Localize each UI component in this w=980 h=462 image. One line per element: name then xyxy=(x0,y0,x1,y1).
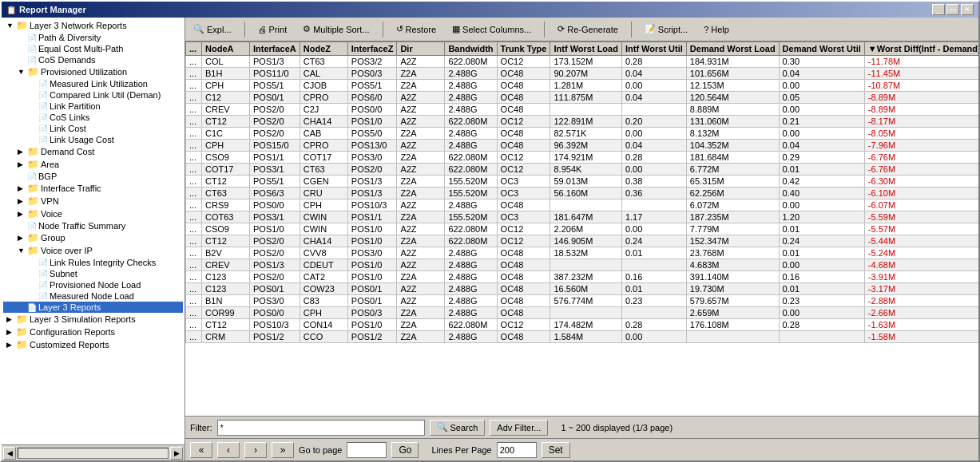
filter-input[interactable] xyxy=(217,420,425,436)
col-intf-worst-load[interactable]: Intf Worst Load xyxy=(550,42,621,56)
sidebar-item-group[interactable]: ▶ 📁 Group xyxy=(3,231,183,244)
table-row[interactable]: ...COT63POS3/1CWINPOS1/1Z2A155.520MOC318… xyxy=(186,211,979,223)
table-row[interactable]: ...CT63POS6/3CRUPOS1/3Z2A155.520MOC356.1… xyxy=(186,188,979,199)
expand-icon[interactable]: ▶ xyxy=(18,197,26,205)
help-button[interactable]: ? Help xyxy=(699,22,734,37)
col-dir[interactable]: Dir xyxy=(397,42,445,56)
table-row[interactable]: ...CPHPOS5/1CJOBPOS5/1Z2A2.488GOC481.281… xyxy=(186,80,979,92)
table-row[interactable]: ...C1CPOS2/0CABPOS5/0Z2A2.488GOC4882.571… xyxy=(186,128,979,140)
scroll-left-button[interactable]: ◀ xyxy=(3,447,16,460)
col-bandwidth[interactable]: Bandwidth xyxy=(445,42,497,56)
col-worst-diff[interactable]: ▼Worst Diff(Intf - Demand) xyxy=(864,42,978,56)
regenerate-button[interactable]: ⟳ Re-Generate xyxy=(553,22,623,37)
minimize-button[interactable]: _ xyxy=(932,4,945,15)
table-row[interactable]: ...CSO9POS1/1COT17POS3/0Z2A622.080MOC121… xyxy=(186,152,979,164)
sidebar-item-bgp[interactable]: 📄 BGP xyxy=(3,171,183,182)
expand-icon[interactable]: ▼ xyxy=(18,247,26,255)
sidebar-item-link-cost[interactable]: 📄 Link Cost xyxy=(3,123,183,134)
sidebar-item-path-diversity[interactable]: 📄 Path & Diversity xyxy=(3,32,183,43)
sidebar-item-layer3-network[interactable]: ▼ 📁 Layer 3 Network Reports xyxy=(3,19,183,32)
sidebar-item-layer3-reports[interactable]: 📄 Layer 3 Reports xyxy=(3,302,183,313)
expand-icon[interactable]: ▶ xyxy=(18,234,26,242)
col-demand-worst-util[interactable]: Demand Worst Util xyxy=(779,42,864,56)
select-columns-button[interactable]: ▦ Select Columns... xyxy=(447,22,536,37)
last-page-button[interactable]: » xyxy=(272,442,294,458)
sidebar-item-customized-reports[interactable]: ▶ 📁 Customized Reports xyxy=(3,338,183,351)
expand-icon[interactable]: ▶ xyxy=(18,184,26,192)
col-demand-worst-load[interactable]: Demand Worst Load xyxy=(686,42,779,56)
table-row[interactable]: ...B1HPOS11/0CALPOS0/3Z2A2.488GOC4890.20… xyxy=(186,68,979,80)
expand-icon[interactable]: ▶ xyxy=(6,315,14,323)
sidebar-item-config-reports[interactable]: ▶ 📁 Configuration Reports xyxy=(3,326,183,338)
multiple-sort-button[interactable]: ⚙ Multiple Sort... xyxy=(298,22,374,37)
sidebar-item-demand-cost[interactable]: ▶ 📁 Demand Cost xyxy=(3,145,183,158)
table-row[interactable]: ...C12POS0/1CPROPOS6/0A2Z2.488GOC48111.8… xyxy=(186,92,979,104)
sidebar-item-compared-link[interactable]: 📄 Compared Link Util (Deman) xyxy=(3,89,183,101)
sidebar-item-layer3-sim[interactable]: ▶ 📁 Layer 3 Simulation Reports xyxy=(3,313,183,326)
sidebar-item-link-rules[interactable]: 📄 Link Rules Integrity Checks xyxy=(3,257,183,268)
expand-icon[interactable]: ▶ xyxy=(6,341,14,349)
search-button[interactable]: 🔍 Search xyxy=(430,420,486,436)
first-page-button[interactable]: « xyxy=(190,442,212,458)
table-row[interactable]: ...CT12POS10/3CON14POS1/0Z2A622.080MOC12… xyxy=(186,319,979,331)
restore-button[interactable]: ▭ xyxy=(946,4,959,15)
next-page-button[interactable]: › xyxy=(244,442,267,458)
col-nodeA[interactable]: NodeA xyxy=(202,42,250,56)
sidebar-item-prov-util[interactable]: ▼ 📁 Provisioned Utilization xyxy=(3,65,183,78)
restore-button[interactable]: ↺ Restore xyxy=(391,22,442,37)
scroll-right-button[interactable]: ▶ xyxy=(170,447,183,460)
sidebar-item-measured-link[interactable]: 📄 Measured Link Utilization xyxy=(3,78,183,89)
goto-input[interactable] xyxy=(347,442,387,458)
expand-icon[interactable]: ▶ xyxy=(18,210,26,218)
sidebar-item-cos-demands[interactable]: 📄 CoS Demands xyxy=(3,54,183,65)
table-row[interactable]: ...B2VPOS2/0CVV8POS3/0A2Z2.488GOC4818.53… xyxy=(186,247,979,259)
print-button[interactable]: 🖨 Print xyxy=(253,22,292,37)
expand-icon[interactable]: ▼ xyxy=(18,68,26,76)
col-nodeZ[interactable]: NodeZ xyxy=(300,42,347,56)
sidebar-item-interface-traffic[interactable]: ▶ 📁 Interface Traffic xyxy=(3,182,183,195)
sidebar-item-link-partition[interactable]: 📄 Link Partition xyxy=(3,101,183,112)
col-interfaceA[interactable]: InterfaceA xyxy=(250,42,300,56)
table-row[interactable]: ...CT12POS2/0CHA14POS1/0Z2A622.080MOC121… xyxy=(186,235,979,247)
table-row[interactable]: ...CREVPOS2/0C2JPOS0/0A2Z2.488GOC488.889… xyxy=(186,104,979,116)
adv-filter-button[interactable]: Adv Filter... xyxy=(490,420,548,436)
explore-button[interactable]: 🔍 Expl... xyxy=(188,22,236,37)
table-row[interactable]: ...CT12POS2/0CHA14POS1/0A2Z622.080MOC121… xyxy=(186,116,979,128)
col-intf-worst-util[interactable]: Intf Worst Util xyxy=(621,42,686,56)
table-row[interactable]: ...C123POS0/1COW23POS0/1A2Z2.488GOC4816.… xyxy=(186,283,979,295)
close-button[interactable]: ✕ xyxy=(961,4,974,15)
data-table-container[interactable]: ... NodeA InterfaceA NodeZ InterfaceZ Di… xyxy=(185,41,978,416)
sidebar-item-voice[interactable]: ▶ 📁 Voice xyxy=(3,207,183,220)
table-row[interactable]: ...CRMPOS1/2CCOPOS1/2Z2A2.488GOC481.584M… xyxy=(186,331,979,343)
table-row[interactable]: ...CT12POS5/1CGENPOS1/3Z2A155.520MOC359.… xyxy=(186,176,979,188)
sidebar-item-area[interactable]: ▶ 📁 Area xyxy=(3,158,183,171)
table-row[interactable]: ...CPHPOS15/0CPROPOS13/0A2Z2.488GOC4896.… xyxy=(186,140,979,152)
table-row[interactable]: ...B1NPOS3/0C83POS0/1A2Z2.488GOC48576.77… xyxy=(186,295,979,307)
col-ellipsis[interactable]: ... xyxy=(186,42,202,56)
table-row[interactable]: ...COT17POS3/1CT63POS2/0A2Z622.080MOC128… xyxy=(186,164,979,176)
expand-icon[interactable]: ▶ xyxy=(18,148,26,156)
table-row[interactable]: ...C123POS2/0CAT2POS1/0Z2A2.488GOC48387.… xyxy=(186,271,979,283)
sidebar-item-cos-links[interactable]: 📄 CoS Links xyxy=(3,112,183,123)
sidebar-item-measured-node-load[interactable]: 📄 Measured Node Load xyxy=(3,290,183,302)
sidebar-item-prov-node-load[interactable]: 📄 Provisioned Node Load xyxy=(3,279,183,290)
sidebar-item-link-usage-cost[interactable]: 📄 Link Usage Cost xyxy=(3,134,183,145)
col-interfaceZ[interactable]: InterfaceZ xyxy=(347,42,397,56)
expand-icon[interactable]: ▼ xyxy=(6,22,14,30)
set-button[interactable]: Set xyxy=(542,442,570,458)
sidebar-item-voice-over-ip[interactable]: ▼ 📁 Voice over IP xyxy=(3,244,183,257)
expand-icon[interactable]: ▶ xyxy=(18,160,26,168)
expand-icon[interactable]: ▶ xyxy=(6,328,14,336)
sidebar-item-subnet[interactable]: 📄 Subnet xyxy=(3,268,183,279)
script-button[interactable]: 📝 Script... xyxy=(640,22,692,37)
table-row[interactable]: ...CREVPOS1/3CDEUTPOS1/0A2Z2.488GOC484.6… xyxy=(186,259,979,271)
table-row[interactable]: ...CRS9POS0/0CPHPOS10/3A2Z2.488GOC486.07… xyxy=(186,199,979,211)
lines-per-page-input[interactable] xyxy=(497,442,537,458)
sidebar-item-equal-cost[interactable]: 📄 Equal Cost Multi-Path xyxy=(3,43,183,54)
col-trunk-type[interactable]: Trunk Type xyxy=(497,42,550,56)
sidebar-item-node-traffic[interactable]: 📄 Node Traffic Summary xyxy=(3,220,183,231)
table-row[interactable]: ...COR99POS0/0CPHPOS0/3Z2A2.488GOC482.65… xyxy=(186,307,979,319)
horizontal-scrollbar[interactable] xyxy=(18,448,169,459)
table-row[interactable]: ...COLPOS1/3CT63POS3/2A2Z622.080MOC12173… xyxy=(186,56,979,68)
table-row[interactable]: ...CSO9POS1/0CWINPOS1/0A2Z622.080MOC122.… xyxy=(186,223,979,235)
